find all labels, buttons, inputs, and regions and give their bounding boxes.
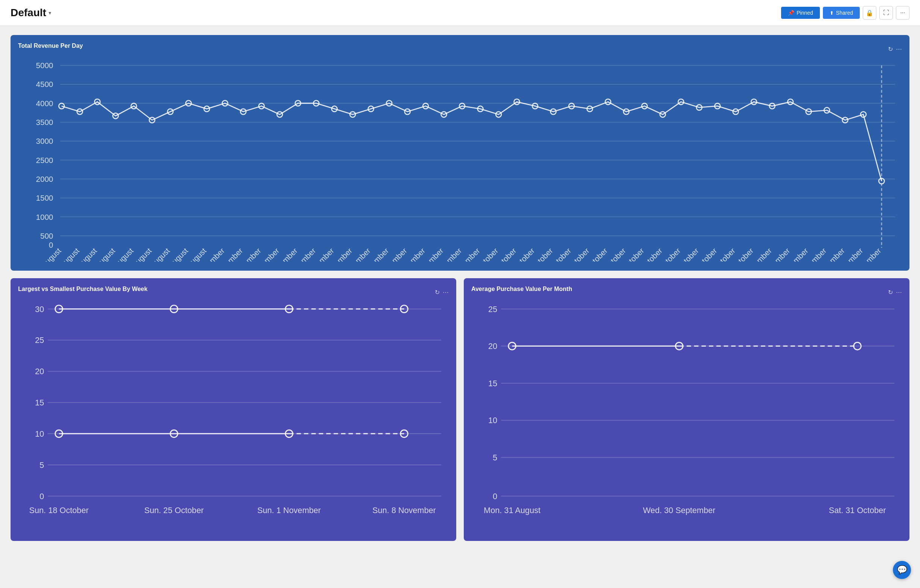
header: Default ▾ 📌 Pinned ⬆ Shared 🔒 ⛶ ···: [0, 0, 920, 26]
svg-text:15: 15: [35, 398, 44, 408]
lock-icon: 🔒: [866, 10, 873, 16]
svg-text:Sun. 8 November: Sun. 8 November: [372, 506, 436, 515]
title-group: Default ▾: [11, 7, 51, 19]
purchase-month-header: Average Purchase Value Per Month ↻ ⋯: [471, 286, 902, 298]
share-icon: ⬆: [830, 10, 834, 16]
chat-icon: 💬: [897, 565, 907, 575]
lock-button[interactable]: 🔒: [863, 6, 876, 19]
svg-text:Wed. 30 September: Wed. 30 September: [643, 506, 716, 515]
svg-text:Sat. 31 October: Sat. 31 October: [829, 506, 886, 515]
svg-text:3500: 3500: [36, 118, 53, 126]
svg-text:Sat. 15 August: Sat. 15 August: [21, 246, 63, 262]
svg-text:5: 5: [39, 460, 44, 470]
revenue-more-button[interactable]: ⋯: [896, 45, 902, 53]
revenue-chart-controls: ↻ ⋯: [888, 45, 902, 53]
svg-text:25: 25: [488, 305, 497, 314]
pin-icon: 📌: [788, 10, 794, 16]
purchase-week-svg: .p-axis { fill: rgba(255,255,255,0.8); f…: [18, 301, 449, 531]
svg-text:Sun. 1 November: Sun. 1 November: [258, 506, 321, 515]
purchase-month-chart-card: Average Purchase Value Per Month ↻ ⋯ .m-…: [464, 278, 909, 541]
svg-text:2000: 2000: [36, 175, 53, 183]
purchase-week-header: Largest vs Smallest Purchase Value By We…: [18, 286, 449, 298]
svg-text:5: 5: [493, 453, 497, 462]
svg-text:500: 500: [40, 232, 53, 240]
svg-text:0: 0: [39, 492, 44, 501]
revenue-chart-card: Total Revenue Per Day ↻ ⋯ .axis-label { …: [11, 35, 909, 271]
purchase-week-more-button[interactable]: ⋯: [443, 289, 449, 296]
svg-text:4500: 4500: [36, 80, 53, 89]
revenue-refresh-button[interactable]: ↻: [888, 45, 893, 53]
revenue-chart-title: Total Revenue Per Day: [18, 42, 83, 49]
more-icon: ···: [900, 10, 905, 16]
svg-text:1500: 1500: [36, 193, 53, 202]
purchase-month-controls: ↻ ⋯: [888, 289, 902, 296]
purchase-month-title: Average Purchase Value Per Month: [471, 286, 572, 293]
svg-text:10: 10: [488, 416, 497, 425]
svg-text:3000: 3000: [36, 137, 53, 145]
purchase-week-controls: ↻ ⋯: [435, 289, 449, 296]
svg-text:Sun. 18 October: Sun. 18 October: [29, 506, 89, 515]
svg-text:Mon. 31 August: Mon. 31 August: [484, 506, 541, 515]
purchase-month-svg: .m-axis { fill: rgba(255,255,255,0.8); f…: [471, 301, 902, 531]
svg-text:5000: 5000: [36, 61, 53, 70]
purchase-week-chart-card: Largest vs Smallest Purchase Value By We…: [11, 278, 456, 541]
pinned-button[interactable]: 📌 Pinned: [781, 7, 820, 19]
revenue-chart-header: Total Revenue Per Day ↻ ⋯: [18, 42, 902, 55]
purchase-week-title: Largest vs Smallest Purchase Value By We…: [18, 286, 147, 293]
purchase-month-more-button[interactable]: ⋯: [896, 289, 902, 296]
svg-point-21: [59, 103, 64, 109]
header-actions: 📌 Pinned ⬆ Shared 🔒 ⛶ ···: [781, 6, 909, 19]
title-chevron-icon[interactable]: ▾: [49, 10, 51, 16]
svg-text:1000: 1000: [36, 213, 53, 221]
bottom-charts-row: Largest vs Smallest Purchase Value By We…: [11, 278, 909, 541]
shared-button[interactable]: ⬆ Shared: [823, 7, 860, 19]
more-button[interactable]: ···: [896, 6, 909, 19]
svg-text:25: 25: [35, 336, 44, 345]
svg-text:4000: 4000: [36, 99, 53, 108]
svg-text:15: 15: [488, 379, 497, 388]
page-title: Default: [11, 7, 46, 19]
svg-text:0: 0: [49, 241, 53, 249]
svg-text:20: 20: [488, 342, 497, 351]
fullscreen-button[interactable]: ⛶: [880, 6, 893, 19]
chat-button[interactable]: 💬: [893, 561, 911, 579]
purchase-week-chart-wrapper: .p-axis { fill: rgba(255,255,255,0.8); f…: [18, 301, 449, 533]
purchase-month-refresh-button[interactable]: ↻: [888, 289, 893, 296]
svg-text:0: 0: [493, 492, 497, 501]
purchase-month-chart-wrapper: .m-axis { fill: rgba(255,255,255,0.8); f…: [471, 301, 902, 533]
svg-text:Sun. 25 October: Sun. 25 October: [144, 506, 204, 515]
purchase-week-refresh-button[interactable]: ↻: [435, 289, 440, 296]
main-content: Total Revenue Per Day ↻ ⋯ .axis-label { …: [0, 26, 920, 550]
svg-text:2500: 2500: [36, 156, 53, 165]
svg-text:30: 30: [35, 305, 44, 314]
svg-text:10: 10: [35, 429, 44, 439]
revenue-chart-wrapper: .axis-label { fill: rgba(255,255,255,0.8…: [18, 58, 902, 263]
svg-text:20: 20: [35, 367, 44, 376]
revenue-chart-svg: .axis-label { fill: rgba(255,255,255,0.8…: [18, 58, 902, 262]
fullscreen-icon: ⛶: [883, 10, 889, 16]
